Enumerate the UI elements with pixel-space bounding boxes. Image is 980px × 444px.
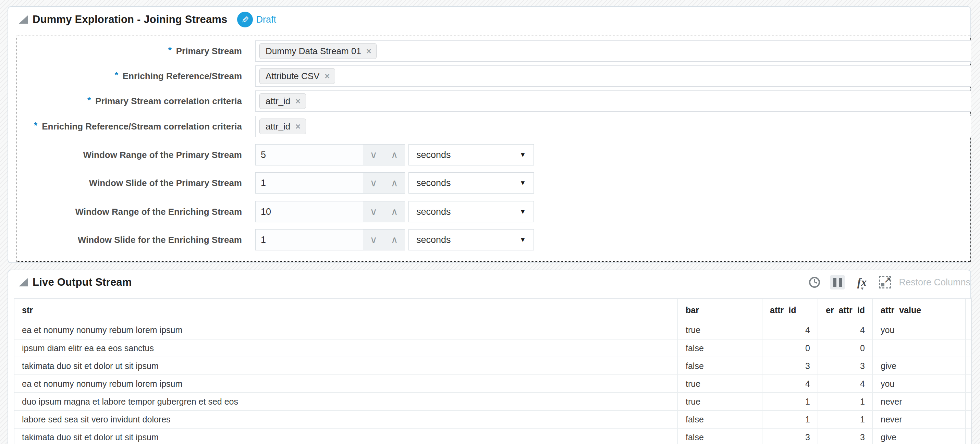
field-label: Window Range of the Primary Stream xyxy=(8,150,242,160)
spinner-value[interactable]: 1 xyxy=(256,229,363,250)
remove-tag-icon[interactable]: × xyxy=(295,96,301,106)
primary-correlation-field[interactable]: attr_id × xyxy=(255,91,971,112)
cell-attr-value xyxy=(872,339,965,356)
cell-bar: false xyxy=(678,357,762,374)
cell-bar: true xyxy=(678,321,762,339)
cell-str: ipsum diam elitr ea ea eos sanctus xyxy=(14,339,678,356)
cell-er-attr-id: 0 xyxy=(818,339,872,356)
cell-attr-value: you xyxy=(872,375,965,392)
cell-attr-id: 0 xyxy=(762,339,818,356)
spinner-up-icon[interactable]: ∧ xyxy=(384,201,405,222)
cell-str: takimata duo sit et dolor ut sit ipsum xyxy=(14,357,678,374)
required-star: * xyxy=(34,120,42,130)
remove-tag-icon[interactable]: × xyxy=(366,46,371,56)
cell-attr-value: never xyxy=(872,393,965,410)
spinner-value[interactable]: 1 xyxy=(256,173,363,193)
spinner-up-icon[interactable]: ∧ xyxy=(384,173,405,193)
cell-bar: false xyxy=(678,411,762,428)
window-range-enriching-input[interactable]: 10 ∨ ∧ xyxy=(255,201,405,222)
pause-icon[interactable] xyxy=(830,275,845,290)
cell-spacer xyxy=(965,357,971,374)
column-header-attr-value[interactable]: attr_value xyxy=(872,299,965,321)
tag-chip[interactable]: attr_id × xyxy=(259,93,306,109)
required-star: * xyxy=(115,70,123,80)
cell-attr-id: 4 xyxy=(762,321,818,339)
tag-chip[interactable]: Dummy Data Stream 01 × xyxy=(259,43,377,59)
select-value: seconds xyxy=(416,178,451,188)
window-slide-primary-unit-select[interactable]: seconds ▼ xyxy=(409,172,534,194)
output-table: str bar attr_id er_attr_id attr_value ea… xyxy=(14,298,972,444)
remove-tag-icon[interactable]: × xyxy=(295,122,301,132)
tag-chip-label: Dummy Data Stream 01 xyxy=(266,46,361,57)
remove-tag-icon[interactable]: × xyxy=(325,71,330,81)
cell-spacer xyxy=(965,339,971,356)
cell-bar: false xyxy=(678,428,762,444)
table-row: ipsum diam elitr ea ea eos sanctus false… xyxy=(14,339,971,356)
spinner-down-icon[interactable]: ∨ xyxy=(363,201,384,222)
select-caret-icon: ▼ xyxy=(519,208,526,215)
window-slide-enriching-unit-select[interactable]: seconds ▼ xyxy=(409,229,534,250)
cell-er-attr-id: 4 xyxy=(818,321,872,339)
tag-chip[interactable]: attr_id × xyxy=(259,119,306,134)
cell-str: labore sed sea sit vero invidunt dolores xyxy=(14,411,678,428)
exploration-panel-header: Dummy Exploration - Joining Streams ✎ Dr… xyxy=(8,12,970,27)
cell-attr-id: 1 xyxy=(762,411,818,428)
cell-er-attr-id: 3 xyxy=(818,428,872,444)
cell-er-attr-id: 3 xyxy=(818,357,872,374)
exploration-panel: Dummy Exploration - Joining Streams ✎ Dr… xyxy=(8,6,971,263)
table-row: labore sed sea sit vero invidunt dolores… xyxy=(14,410,971,428)
window-slide-enriching-input[interactable]: 1 ∨ ∧ xyxy=(255,229,405,250)
table-header-row: str bar attr_id er_attr_id attr_value xyxy=(14,299,971,321)
cell-spacer xyxy=(965,428,971,444)
window-range-primary-input[interactable]: 5 ∨ ∧ xyxy=(255,144,405,166)
cell-spacer xyxy=(965,411,971,428)
clock-icon[interactable] xyxy=(808,276,821,289)
cell-attr-value: you xyxy=(872,321,965,339)
cell-attr-value: give xyxy=(872,357,965,374)
cell-attr-value: never xyxy=(872,411,965,428)
cell-attr-id: 4 xyxy=(762,375,818,392)
column-header-str[interactable]: str xyxy=(14,299,678,321)
spinner-down-icon[interactable]: ∨ xyxy=(363,173,384,193)
select-value: seconds xyxy=(416,207,451,217)
cell-spacer xyxy=(965,393,971,410)
select-caret-icon: ▼ xyxy=(519,151,526,159)
cell-er-attr-id: 1 xyxy=(818,393,872,410)
column-header-bar[interactable]: bar xyxy=(678,299,762,321)
select-value: seconds xyxy=(416,150,451,160)
tag-chip-label: attr_id xyxy=(266,96,290,107)
status-badge[interactable]: ✎ Draft xyxy=(237,12,277,27)
spinner-down-icon[interactable]: ∨ xyxy=(363,145,384,165)
table-row: takimata duo sit et dolor ut sit ipsum f… xyxy=(14,356,971,374)
spinner-value[interactable]: 10 xyxy=(256,201,363,222)
table-row: takimata duo sit et dolor ut sit ipsum f… xyxy=(14,428,971,444)
column-header-er-attr-id[interactable]: er_attr_id xyxy=(818,299,872,321)
window-slide-primary-input[interactable]: 1 ∨ ∧ xyxy=(255,172,405,194)
field-label: Window Slide for the Enriching Stream xyxy=(8,234,242,245)
enriching-correlation-field[interactable]: attr_id × xyxy=(255,116,971,137)
restore-columns-button[interactable]: Restore Columns xyxy=(899,277,970,288)
collapse-triangle-icon[interactable] xyxy=(19,16,28,24)
enriching-stream-field[interactable]: Attribute CSV × xyxy=(255,65,971,87)
spinner-up-icon[interactable]: ∧ xyxy=(384,145,405,165)
page: Dummy Exploration - Joining Streams ✎ Dr… xyxy=(0,0,980,444)
detach-icon[interactable]: ↗ xyxy=(879,276,891,288)
collapse-triangle-icon[interactable] xyxy=(19,278,28,286)
draft-pencil-icon: ✎ xyxy=(237,12,253,27)
select-caret-icon: ▼ xyxy=(519,236,526,243)
live-output-panel: Live Output Stream fx ▾ ↗ xyxy=(8,270,971,444)
column-header-spacer xyxy=(965,299,971,321)
spinner-value[interactable]: 5 xyxy=(256,145,363,165)
window-range-enriching-unit-select[interactable]: seconds ▼ xyxy=(409,201,534,222)
window-range-primary-unit-select[interactable]: seconds ▼ xyxy=(409,144,534,166)
spinner-down-icon[interactable]: ∨ xyxy=(363,229,384,250)
spinner-up-icon[interactable]: ∧ xyxy=(384,229,405,250)
live-output-header: Live Output Stream fx ▾ ↗ xyxy=(8,274,970,290)
primary-stream-field[interactable]: Dummy Data Stream 01 × xyxy=(255,40,971,62)
table-row: duo ipsum magna et labore tempor gubergr… xyxy=(14,392,971,410)
tag-chip[interactable]: Attribute CSV × xyxy=(259,68,335,84)
field-label: *Enriching Reference/Stream correlation … xyxy=(8,121,242,132)
fx-expression-icon[interactable]: fx ▾ xyxy=(854,274,870,290)
output-toolbar: fx ▾ ↗ Restore Columns xyxy=(799,274,970,290)
column-header-attr-id[interactable]: attr_id xyxy=(762,299,818,321)
